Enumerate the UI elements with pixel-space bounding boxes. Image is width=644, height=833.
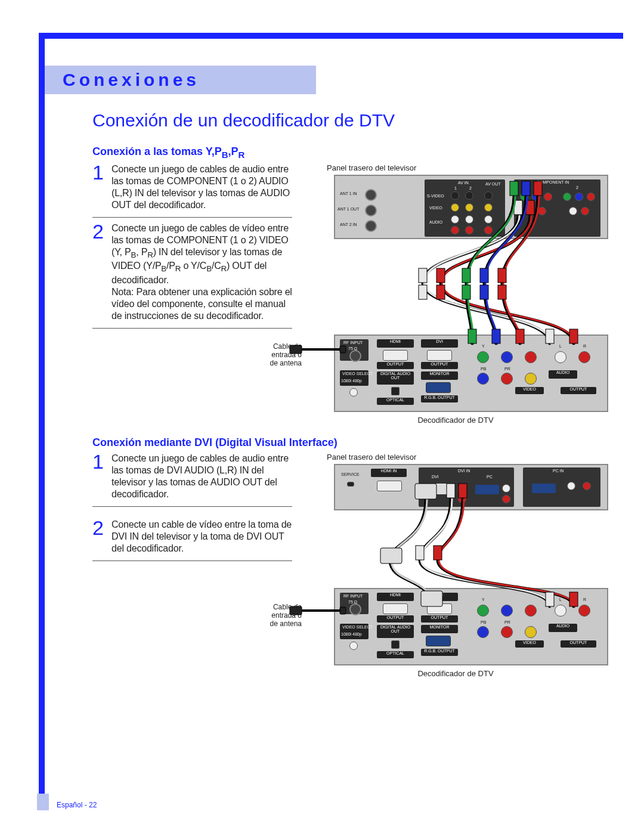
dvi-label: DVI [421,593,458,601]
t: /C [212,261,221,271]
step-number: 2 [92,219,104,244]
jack [465,191,473,200]
lbl: DVI [421,339,458,343]
chapter-title: Conexiones [63,70,200,90]
lbl: 2 [469,186,472,190]
lbl: HDMI [377,339,414,343]
chapter-bar: Conexiones [45,66,316,94]
av-in-block: AV IN 1 2 AV OUT S-VIDEO VIDEO AUDIO [425,179,505,237]
jack-l [458,484,466,493]
output-label: OUTPUT [561,640,596,648]
lbl: DVI IN [458,469,470,473]
lbl: PC IN [553,469,564,473]
jack-y1 [520,193,528,201]
lbl: OUTPUT [421,362,458,366]
jack [451,203,459,212]
figure-label-top: Panel trasero del televisor [327,453,608,462]
step-text: Conecte un juego de cables de audio entr… [112,453,289,499]
rgb-output-label: R.G.B. OUTPUT [421,395,458,402]
lbl: VIDEO [515,640,544,645]
t: , P [136,247,147,257]
t: ,P [228,145,239,157]
lbl: L [559,344,562,348]
figure-label-bottom: Decodificador de DTV [303,669,608,678]
step-b2: 2 Conecte un cable de vídeo entre la tom… [92,519,292,555]
jack-pr [525,351,537,363]
jack [583,482,591,490]
jack-pb2 [575,193,583,201]
t: R [239,150,245,160]
t: B [206,265,212,274]
lbl: DIGITAL AUDIO OUT [377,371,414,380]
step-text: Conecte un juego de cables de audio entr… [112,164,290,210]
lbl: SERVICE [341,472,360,476]
jack [484,215,493,224]
jack-r [578,351,590,363]
lbl: L [559,597,562,602]
lbl: RF INPUT [343,594,363,598]
t: o Y/C [181,261,206,271]
tv-rear-panel-2: SERVICE HDMI IN DVI IN DVI PC [334,464,608,510]
output-label: OUTPUT [377,615,414,623]
stb-panel: RF INPUT 75 Ω HDMI OUTPUT DVI OUTPUT VID… [334,335,608,412]
figure-label-side: Cable de entrada o de antena [266,603,302,628]
jack [451,215,459,224]
antenna-jack [365,189,377,201]
lbl: R [583,597,586,602]
jack-r1 [538,207,546,215]
section-b-subtitle: Conexión mediante DVI (Digital Visual In… [92,436,608,449]
stb-out-block: Y L R PB PR AUDIO VIDEO OUTPUT [471,594,602,644]
lbl: MONITOR [421,371,458,376]
hdmi-port [383,350,408,361]
section-a-steps: 1 Conecte un juego de cables de audio en… [92,163,292,334]
jack-pb [501,605,513,617]
antenna-jack [365,205,377,216]
dvi-port [427,350,452,361]
jack-pr2 [587,193,595,201]
monitor-label: MONITOR [421,371,458,380]
jack-l1 [526,207,534,215]
jack-y [477,605,489,617]
jack-r [578,605,590,617]
step-a1: 1 Conecte un juego de cables de audio en… [92,163,292,211]
divider [92,506,292,507]
figure-label-bottom: Decodificador de DTV [303,416,608,425]
lbl: OUTPUT [421,615,458,620]
lbl: MONITOR [421,625,458,629]
lbl: ANT 1 OUT [338,207,359,211]
lbl: COMPONENT IN [537,180,569,184]
audio-label: AUDIO [549,370,577,379]
lbl: HDMI [377,593,414,597]
jack-pr2 [501,373,513,385]
t: /P [166,261,175,271]
video-label: VIDEO [515,387,544,394]
jack-pr1 [544,193,552,201]
component-in-block: COMPONENT IN 1 2 [514,179,600,237]
jack [567,482,575,490]
divider [92,328,292,329]
jack-pb [501,351,513,363]
lbl: OUTPUT [561,387,596,391]
video-select-block: VIDEO SELECT 1080i 480p [340,370,369,386]
lbl: 1080i 480p [341,379,362,383]
lbl: HDMI IN [371,469,407,473]
lbl: OPTICAL [377,651,414,655]
cable-gap [303,239,608,335]
page-footer: Español - 22 [57,801,97,809]
vga-port [531,483,556,494]
divider [92,561,292,561]
step-number: 1 [92,160,104,185]
lbl: PR [504,620,510,624]
lbl: AUDIO [429,220,442,224]
lbl: Y [482,597,485,602]
lbl: AUDIO [549,624,577,628]
jack-y [477,351,489,363]
cable-gap [303,510,608,588]
page: Conexiones Conexión de un decodificador … [0,0,644,833]
jack [349,388,358,397]
step-number: 1 [92,449,104,475]
pc-in-block: PC IN [523,467,600,507]
t: B [222,150,228,160]
section-a-subtitle: Conexión a las tomas Y,PB,PR [92,145,608,160]
figure-b: Panel trasero del televisor SERVICE HDMI… [303,453,608,691]
